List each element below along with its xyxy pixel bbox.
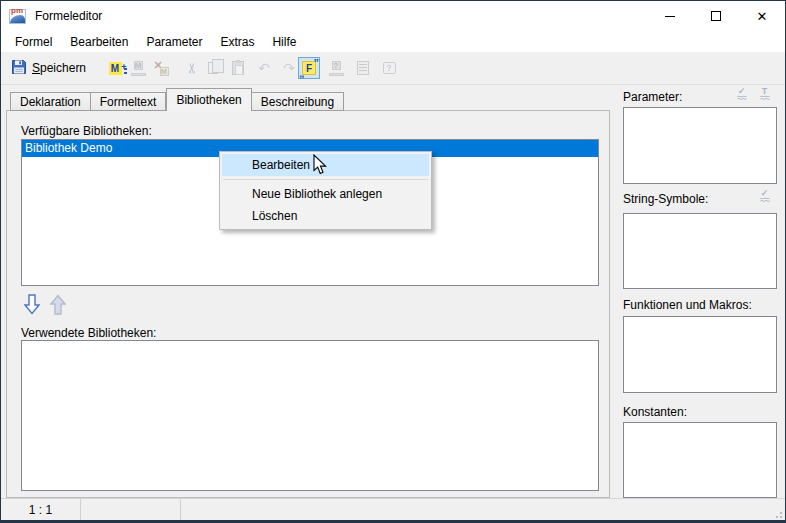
- maximize-icon: [711, 11, 721, 21]
- status-section-3: [181, 499, 785, 521]
- scissors-icon: ✂: [184, 62, 200, 74]
- tab-strip: Deklaration Formeltext Bibliotheken Besc…: [10, 88, 344, 111]
- mouse-cursor-icon: [313, 154, 328, 179]
- menu-parameter[interactable]: Parameter: [137, 32, 211, 52]
- menu-hilfe[interactable]: Hilfe: [263, 32, 305, 52]
- new-formula-button[interactable]: M+: [104, 57, 126, 79]
- title-bar[interactable]: pm Formeleditor ✕: [1, 1, 785, 31]
- formula-notes-button[interactable]: [352, 57, 374, 79]
- f-quote-icon: F”„: [302, 61, 316, 75]
- close-icon: ✕: [757, 10, 768, 23]
- minimize-button[interactable]: [647, 1, 693, 31]
- paste-button[interactable]: [227, 57, 249, 79]
- cut-button[interactable]: ✂: [181, 57, 203, 79]
- used-libraries-label: Verwendete Bibliotheken:: [21, 326, 156, 340]
- tab-deklaration[interactable]: Deklaration: [10, 92, 91, 111]
- save-button-label: Speichern: [32, 61, 86, 75]
- delete-formula-button[interactable]: ✕M: [150, 57, 172, 79]
- close-button[interactable]: ✕: [739, 1, 785, 31]
- context-menu-neue-bibliothek[interactable]: Neue Bibliothek anlegen: [222, 183, 429, 205]
- question-stamp-icon: ?: [329, 61, 344, 76]
- minimize-icon: [665, 16, 675, 17]
- status-section-2: [81, 499, 181, 521]
- tab-formeltext[interactable]: Formeltext: [91, 92, 167, 111]
- maximize-button[interactable]: [693, 1, 739, 31]
- functions-macros-list[interactable]: [623, 316, 777, 393]
- insert-formula-button[interactable]: M: [127, 57, 149, 79]
- string-symbols-label: String-Symbole:: [623, 192, 708, 206]
- undo-icon: ↶: [258, 61, 270, 75]
- m-plus-icon: M+: [109, 62, 122, 75]
- string-symbols-list[interactable]: [623, 213, 777, 289]
- used-libraries-list[interactable]: [21, 340, 599, 491]
- assign-text-icon[interactable]: T ≈≈: [755, 87, 774, 104]
- paste-icon: [232, 61, 244, 75]
- menu-bearbeiten[interactable]: Bearbeiten: [61, 32, 137, 52]
- available-libraries-label: Verfügbare Bibliotheken:: [21, 124, 152, 138]
- functions-macros-label: Funktionen und Makros:: [623, 298, 752, 312]
- menu-bar: Formel Bearbeiten Parameter Extras Hilfe: [1, 31, 785, 52]
- context-menu-loeschen[interactable]: Löschen: [222, 205, 429, 227]
- formula-symbols-button[interactable]: F”„: [298, 57, 320, 79]
- menu-formel[interactable]: Formel: [6, 32, 61, 52]
- menu-extras[interactable]: Extras: [211, 32, 263, 52]
- status-bar: 1 : 1: [1, 498, 785, 521]
- app-icon[interactable]: pm: [9, 9, 26, 24]
- tab-bibliotheken[interactable]: Bibliotheken: [166, 88, 251, 111]
- constants-list[interactable]: [623, 422, 777, 498]
- floppy-icon: [11, 59, 27, 78]
- tab-beschreibung[interactable]: Beschreibung: [252, 92, 344, 111]
- question-bubble-icon: ?: [383, 62, 396, 74]
- context-menu-separator: [223, 179, 428, 180]
- assign-check-icon[interactable]: ✓ ≈≈: [755, 189, 774, 206]
- notes-icon: [357, 61, 369, 75]
- redo-icon: ↷: [283, 61, 295, 75]
- status-zoom-section: 1 : 1: [1, 499, 81, 521]
- redo-button[interactable]: ↷: [278, 57, 300, 79]
- insert-help-button[interactable]: ?: [325, 57, 347, 79]
- resize-grip[interactable]: [773, 509, 782, 518]
- m-stamp-icon: M: [131, 61, 146, 76]
- arrow-down-icon: [24, 294, 40, 315]
- parameter-list[interactable]: [623, 107, 777, 184]
- move-up-button[interactable]: [50, 294, 67, 316]
- move-down-button[interactable]: [24, 294, 41, 316]
- arrow-up-icon: [50, 294, 66, 315]
- copy-button[interactable]: [204, 57, 226, 79]
- m-delete-icon: ✕M: [154, 61, 169, 76]
- app-icon-text: pm: [11, 6, 23, 15]
- help-button[interactable]: ?: [378, 57, 400, 79]
- formeleditor-window: pm Formeleditor ✕ Formel Bearbeiten Para…: [0, 0, 786, 523]
- assign-check-icon[interactable]: ✓ ≈≈: [732, 87, 751, 104]
- copy-icon: [208, 62, 218, 74]
- parameter-label: Parameter:: [623, 90, 682, 104]
- undo-button[interactable]: ↶: [253, 57, 275, 79]
- zoom-ratio: 1 : 1: [29, 503, 52, 517]
- app-icon-wave: [10, 15, 25, 23]
- save-button[interactable]: Speichern: [9, 57, 88, 79]
- window-title: Formeleditor: [35, 9, 102, 23]
- constants-label: Konstanten:: [623, 405, 687, 419]
